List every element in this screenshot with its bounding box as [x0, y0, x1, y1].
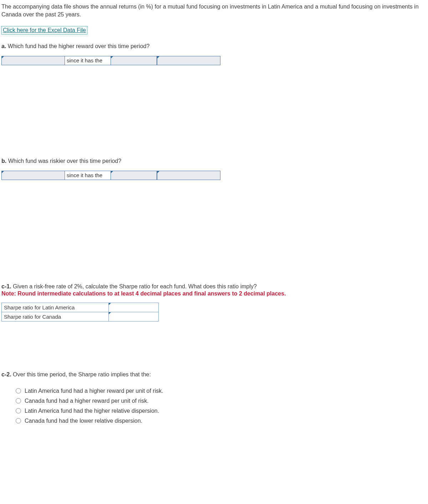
question-b-text: Which fund was riskier over this time pe… — [8, 158, 121, 164]
dropdown-b-value[interactable] — [157, 171, 220, 180]
question-a-label: a. — [1, 43, 6, 49]
dropdown-handle-icon — [157, 171, 159, 173]
question-b: b. Which fund was riskier over this time… — [1, 158, 427, 164]
question-c1-label: c-1. — [1, 283, 11, 289]
dropdown-a-metric[interactable] — [111, 56, 157, 65]
sharpe-ratio-table: Sharpe ratio for Latin America Sharpe ra… — [1, 303, 159, 322]
sharpe-row-label-0: Sharpe ratio for Latin America — [2, 303, 109, 312]
radio-input-2[interactable] — [16, 408, 21, 413]
dropdown-handle-icon — [2, 56, 4, 58]
table-row: Sharpe ratio for Canada — [2, 312, 159, 321]
question-c1-note: Note: Round intermediate calculations to… — [1, 290, 427, 297]
intro-paragraph: The accompanying data file shows the ann… — [1, 3, 427, 19]
dropdown-handle-icon — [157, 56, 159, 58]
question-a-text: Which fund had the higher reward over th… — [8, 43, 150, 49]
dropdown-a-fund[interactable] — [1, 56, 65, 65]
dropdown-a-value[interactable] — [157, 56, 220, 65]
question-c1: c-1. Given a risk-free rate of 2%, calcu… — [1, 283, 427, 290]
radio-option-0[interactable]: Latin America fund had a higher reward p… — [16, 388, 427, 394]
sharpe-input-canada[interactable] — [109, 312, 158, 321]
question-b-label: b. — [1, 158, 6, 164]
input-handle-icon — [109, 303, 111, 305]
question-c2: c-2. Over this time period, the Sharpe r… — [1, 371, 427, 378]
question-c1-text: Given a risk-free rate of 2%, calculate … — [13, 283, 257, 289]
radio-input-0[interactable] — [16, 388, 21, 394]
dropdown-b-fund[interactable] — [1, 171, 65, 180]
dropdown-a-middle-label: since it has the — [65, 56, 111, 65]
radio-input-3[interactable] — [16, 418, 21, 423]
input-handle-icon — [109, 312, 111, 314]
c2-radio-group: Latin America fund had a higher reward p… — [16, 388, 427, 424]
dropdown-handle-icon — [2, 171, 4, 173]
radio-input-1[interactable] — [16, 398, 21, 403]
radio-label-0[interactable]: Latin America fund had a higher reward p… — [25, 388, 163, 394]
radio-label-1[interactable]: Canada fund had a higher reward per unit… — [25, 398, 149, 404]
question-c2-label: c-2. — [1, 371, 11, 377]
question-a-answer-row: since it has the — [1, 56, 427, 65]
sharpe-input-cell-1[interactable] — [109, 312, 159, 321]
radio-option-3[interactable]: Canada fund had the lower relative dispe… — [16, 418, 427, 424]
sharpe-input-latin[interactable] — [109, 303, 158, 312]
radio-option-1[interactable]: Canada fund had a higher reward per unit… — [16, 398, 427, 404]
dropdown-b-middle-label: since it has the — [65, 171, 111, 180]
table-row: Sharpe ratio for Latin America — [2, 303, 159, 312]
excel-file-link[interactable]: Click here for the Excel Data File — [1, 26, 87, 35]
sharpe-input-cell-0[interactable] — [109, 303, 159, 312]
sharpe-row-label-1: Sharpe ratio for Canada — [2, 312, 109, 321]
question-c2-text: Over this time period, the Sharpe ratio … — [13, 371, 151, 377]
radio-option-2[interactable]: Latin America fund had the higher relati… — [16, 408, 427, 414]
question-b-answer-row: since it has the — [1, 171, 427, 180]
dropdown-handle-icon — [111, 171, 113, 173]
question-a: a. Which fund had the higher reward over… — [1, 43, 427, 50]
radio-label-3[interactable]: Canada fund had the lower relative dispe… — [25, 418, 142, 424]
dropdown-b-metric[interactable] — [111, 171, 157, 180]
dropdown-handle-icon — [111, 56, 113, 58]
radio-label-2[interactable]: Latin America fund had the higher relati… — [25, 408, 159, 414]
